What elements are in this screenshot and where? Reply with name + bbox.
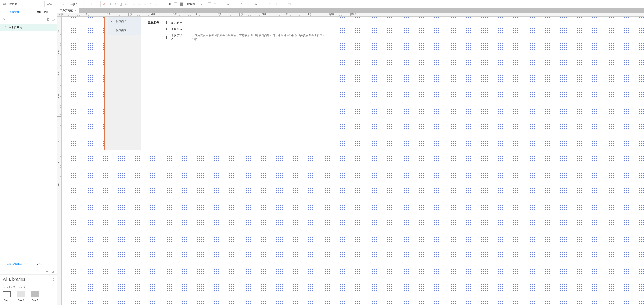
visibility-icon[interactable] [287,1,292,7]
nav-item[interactable]: • 二级页面7 [108,17,141,26]
style-dropdown[interactable]: Default ▾ [7,1,44,7]
checkbox[interactable] [166,21,169,24]
text-color-icon[interactable]: A [102,1,107,7]
widget-shape [31,291,39,297]
border-sides-icon[interactable] [218,1,223,7]
library-path[interactable]: Default » Common ▼ [0,284,57,289]
library-selector[interactable]: All Libraries ▴▾ [0,275,57,284]
search-icon[interactable] [2,17,6,21]
w-input[interactable] [258,2,267,6]
underline-icon[interactable]: U [118,1,124,7]
svg-rect-11 [52,271,54,273]
checkbox[interactable] [166,27,169,30]
close-icon[interactable]: × [75,9,76,12]
app-logo-icon[interactable] [2,1,7,7]
lock-aspect-icon[interactable] [267,1,273,7]
chevron-down-icon: ▾ [39,3,42,5]
stepper-icon: ▴▾ [53,278,54,281]
search-icon[interactable] [2,269,5,273]
checkbox-description: 凡使用支付宝服务付款购买本店商品，若存在质量问题或与描述不符，本店将主动提供退换… [192,33,326,41]
align-right-icon[interactable] [142,1,148,7]
font-dropdown[interactable]: Arial ▾ [46,1,66,7]
libraries-search-input[interactable] [8,270,43,273]
chevron-down-icon: ▾ [61,3,64,5]
x-label: X [228,3,229,5]
checkbox-row: 保修服务 [166,27,326,31]
align-left-icon[interactable] [131,1,137,7]
checkbox-label: 退换货承诺 [170,33,185,41]
add-folder-icon[interactable] [51,17,55,21]
form-field-label: 售后服务： [147,21,166,24]
duplicate-icon[interactable] [51,269,54,273]
widget-shape [17,291,25,297]
tab-libraries[interactable]: LIBRARIES [0,260,28,268]
canvas-area: 表单页规范 × ✥ 010020030040050060070080090010… [58,8,644,305]
page-item[interactable]: 表单页规范 [0,24,57,31]
checkbox-label: 保修服务 [170,27,182,31]
add-page-icon[interactable] [46,17,50,21]
svg-point-5 [289,4,290,4]
checkbox-row: 提供发票 [166,21,326,24]
border-style-icon[interactable] [212,1,218,7]
svg-point-6 [3,18,5,20]
svg-rect-3 [220,3,222,5]
bold-icon[interactable]: B [107,1,112,7]
checkbox-row: 退换货承诺凡使用支付宝服务付款购买本店商品，若存在质量问题或与描述不符，本店将主… [166,33,326,41]
canvas[interactable]: • 二级页面7• 二级页面8 售后服务： 提供发票保修服务退换货承诺凡使用支付宝… [62,17,644,305]
border-label: Border: [186,2,197,5]
weight-value: Regular [70,2,78,5]
font-value: Arial [47,2,52,5]
ruler-vertical[interactable]: 500600700800900100011001200 [58,17,62,305]
chevron-down-icon: ▾ [94,3,98,5]
border-color-icon[interactable] [207,1,212,7]
h-input[interactable] [277,2,286,6]
valign-middle-icon[interactable] [153,1,159,7]
artboard-sidebar-bg [105,17,141,150]
border-width-input[interactable] [197,2,206,6]
y-input[interactable] [244,2,252,6]
svg-rect-4 [269,4,271,5]
italic-icon[interactable]: I [112,1,118,7]
w-label: W [255,3,257,5]
nav-item[interactable]: • 二级页面8 [108,26,141,35]
svg-point-2 [125,4,126,5]
document-tab-label: 表单页规范 [60,9,73,12]
library-item[interactable]: Box 1 [3,291,11,302]
fill-color-swatch[interactable] [178,1,184,7]
artboard[interactable]: • 二级页面7• 二级页面8 售后服务： 提供发票保修服务退换货承诺凡使用支付宝… [104,17,331,150]
tab-pages[interactable]: PAGES [0,8,28,16]
widget-label: Box 1 [4,299,10,302]
tab-masters[interactable]: MASTERS [28,260,57,268]
bullet-list-icon[interactable] [124,1,129,7]
tab-outline[interactable]: OUTLINE [28,8,57,16]
library-title: All Libraries [3,277,25,282]
libraries-panel: LIBRARIES MASTERS All Libraries ▴▾ Defau… [0,260,57,305]
library-item[interactable]: Box 3 [31,291,39,302]
checkbox[interactable] [166,36,169,39]
fill-none-swatch[interactable] [173,1,178,7]
library-item[interactable]: Box 2 [17,291,25,302]
top-toolbar: Default ▾ Arial ▾ Regular ▾ 13 ▾ A B I U [0,0,644,8]
svg-rect-10 [52,270,53,272]
x-input[interactable] [230,2,239,6]
add-library-icon[interactable] [46,269,49,273]
page-icon [4,25,6,29]
document-tab[interactable]: 表单页规范 × [58,8,79,13]
svg-point-0 [125,3,126,3]
document-tabs: 表单页规范 × [58,8,644,13]
size-value: 13 [90,2,93,5]
weight-dropdown[interactable]: Regular ▾ [68,1,87,7]
ruler-origin-icon[interactable]: ✥ [58,13,62,17]
valign-bottom-icon[interactable] [159,1,164,7]
align-center-icon[interactable] [137,1,142,7]
ruler-horizontal[interactable]: 0100200300400500600700800900100011001200… [62,13,644,17]
pages-list: 表单页规范 [0,23,57,260]
widget-shape [3,291,11,297]
y-label: Y [241,3,243,5]
pages-search-input[interactable] [8,18,44,21]
checkbox-label: 提供发票 [170,21,182,24]
valign-top-icon[interactable] [148,1,153,7]
size-dropdown[interactable]: 13 ▾ [89,1,100,7]
h-label: H [275,3,276,5]
left-sidebar: PAGES OUTLINE 表单页规范 LIBRARIES MASTERS [0,8,58,305]
